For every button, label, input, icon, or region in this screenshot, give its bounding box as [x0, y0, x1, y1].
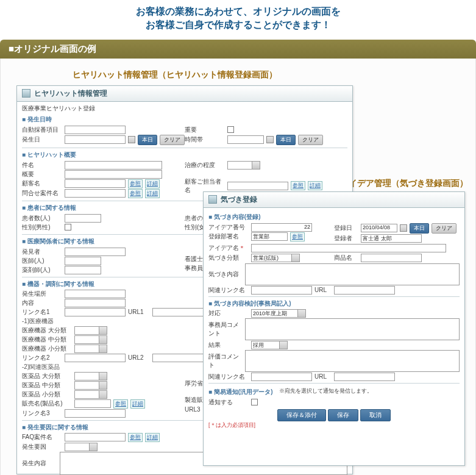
- sel-drug-s[interactable]: [74, 390, 107, 399]
- inp-summary[interactable]: [65, 170, 162, 179]
- section-banner: ■オリジナル画面の例: [0, 40, 476, 59]
- lbl-content: 内容: [22, 299, 62, 307]
- inp-pharm[interactable]: [65, 266, 101, 274]
- sel-result[interactable]: 採用: [251, 341, 288, 349]
- inp-finder[interactable]: [65, 248, 126, 256]
- lnk-detail3[interactable]: 詳細: [308, 181, 322, 190]
- lbl-importance: 重要: [185, 126, 225, 134]
- tagline-l1: お客様の業務にあわせて、オリジナルの画面を: [136, 6, 341, 16]
- inp-link1[interactable]: [65, 308, 126, 316]
- inp-occur-date[interactable]: [65, 135, 126, 144]
- inp-customer[interactable]: [65, 179, 126, 188]
- lbl-equip-m: 医療機器 中分類: [22, 335, 72, 344]
- inp-ideano[interactable]: 22: [251, 223, 312, 232]
- inp-place[interactable]: [65, 290, 126, 298]
- sel-equip-m[interactable]: [74, 335, 107, 344]
- inp-inquiry[interactable]: [65, 189, 126, 198]
- inp-product[interactable]: [361, 254, 422, 262]
- inp-sales[interactable]: [74, 399, 111, 408]
- inp-time-from[interactable]: [227, 135, 264, 144]
- title-text2: 気づき登録: [221, 195, 257, 205]
- app-icon: [208, 195, 217, 204]
- ta-kcontent[interactable]: [245, 263, 460, 285]
- sel-drug-l[interactable]: [74, 372, 107, 380]
- sel-drug-m[interactable]: [74, 381, 107, 390]
- lbl-link3: リンク名3: [22, 409, 62, 418]
- inp-kurl[interactable]: [334, 286, 395, 295]
- lnk-detail[interactable]: 詳細: [145, 179, 160, 188]
- lbl-kurl: URL: [314, 287, 332, 293]
- chk-importance[interactable]: [227, 126, 234, 133]
- lnk-ref2[interactable]: 参照: [128, 189, 143, 198]
- lbl-equip-l: 医療機器 大分類: [22, 326, 72, 335]
- lbl-klink2: 関連リンク名: [208, 373, 249, 381]
- btn-clear2[interactable]: クリア: [298, 135, 323, 145]
- lbl-patients: 患者数(人): [22, 214, 62, 223]
- lbl-regdept: 登録部署名: [208, 232, 249, 241]
- lbl-summary: 概要: [22, 170, 62, 179]
- sel-cause[interactable]: [65, 443, 98, 451]
- sel-response[interactable]: 2010年度上期: [251, 309, 306, 318]
- sel-equip-l[interactable]: [74, 326, 107, 335]
- lnk-ref[interactable]: 参照: [128, 179, 143, 188]
- calendar-icon[interactable]: [400, 224, 407, 232]
- lbl-inquiry: 問合せ案件名: [22, 189, 62, 198]
- lbl-drug-s: 医薬品 小分類: [22, 390, 72, 399]
- lbl-link1: リンク名1: [22, 308, 62, 316]
- inp-regdate[interactable]: 2010/04/08: [361, 224, 397, 232]
- inp-klink2[interactable]: [251, 373, 312, 381]
- lnk-detail2[interactable]: 詳細: [145, 189, 160, 198]
- calendar-icon[interactable]: [266, 136, 274, 143]
- btn-cancel2[interactable]: 取消: [360, 409, 391, 421]
- inp-doctors[interactable]: [65, 257, 101, 265]
- sel-treatment[interactable]: [227, 161, 260, 170]
- lbl-registrant: 登録者: [334, 234, 358, 243]
- header-text: 医療事業ヒヤリハット登録: [22, 104, 95, 113]
- lbl-doctors: 医師(人): [22, 257, 62, 265]
- inp-subject[interactable]: [65, 161, 162, 170]
- lbl-faq: FAQ案件名: [22, 433, 62, 441]
- btn-today3[interactable]: 本日: [410, 223, 429, 234]
- chk-sexm[interactable]: [65, 224, 71, 230]
- inp-ideaname[interactable]: [251, 244, 446, 252]
- lbl-ideaname: アイデア名＊: [208, 244, 249, 252]
- btn-clear3[interactable]: クリア: [432, 223, 456, 234]
- lnk-ref6[interactable]: 参照: [128, 433, 143, 442]
- inp-link2[interactable]: [65, 354, 126, 362]
- ta-evalcmt[interactable]: [245, 350, 460, 372]
- lbl-auto: 自動採番項目: [22, 126, 62, 134]
- lnk-ref7[interactable]: 参照: [290, 232, 305, 241]
- inp-klink[interactable]: [251, 286, 312, 295]
- btn-save-attach2[interactable]: 保存＆添付: [277, 409, 326, 421]
- lnk-ref3[interactable]: 参照: [291, 181, 305, 190]
- inp-custrep[interactable]: [227, 182, 288, 190]
- notify-note: ※宛先を選択して通知を発信します。: [279, 387, 372, 395]
- lnk-detail6[interactable]: 詳細: [145, 433, 160, 442]
- sel-category[interactable]: 営業(拡販): [251, 254, 300, 262]
- caption-win2: アイデア管理（気づき登録画面）: [340, 178, 468, 189]
- btn-clear[interactable]: クリア: [160, 135, 185, 145]
- chk-notify[interactable]: [251, 399, 258, 405]
- lbl-finder: 発見者: [22, 248, 62, 256]
- lbl-category: 気づき分類: [208, 254, 249, 262]
- lbl-time-band: 時間帯: [185, 135, 225, 144]
- inp-registrant[interactable]: 富士通 太郎: [361, 234, 422, 243]
- inp-link3[interactable]: [65, 409, 126, 418]
- calendar-icon[interactable]: [128, 136, 135, 143]
- lnk-detail4[interactable]: 詳細: [130, 399, 145, 409]
- inp-auto[interactable]: [65, 126, 126, 134]
- inp-patients[interactable]: [65, 214, 101, 223]
- inp-faq[interactable]: [65, 433, 126, 441]
- lbl-evalcmt: 評価コメント: [208, 352, 243, 370]
- ta-offcmt[interactable]: [245, 318, 460, 340]
- inp-kurl2[interactable]: [334, 373, 395, 381]
- sect-content: 気づき内容(登録): [208, 213, 460, 221]
- inp-content[interactable]: [65, 299, 126, 307]
- inp-regdept[interactable]: 営業部: [251, 232, 288, 241]
- sel-equip-s[interactable]: [74, 345, 107, 353]
- lnk-ref4[interactable]: 参照: [113, 399, 128, 409]
- btn-save2[interactable]: 保存: [328, 409, 358, 421]
- btn-today2[interactable]: 本日: [276, 135, 296, 145]
- titlebar: ヒヤリハット情報管理: [17, 86, 352, 102]
- btn-today[interactable]: 本日: [138, 135, 157, 145]
